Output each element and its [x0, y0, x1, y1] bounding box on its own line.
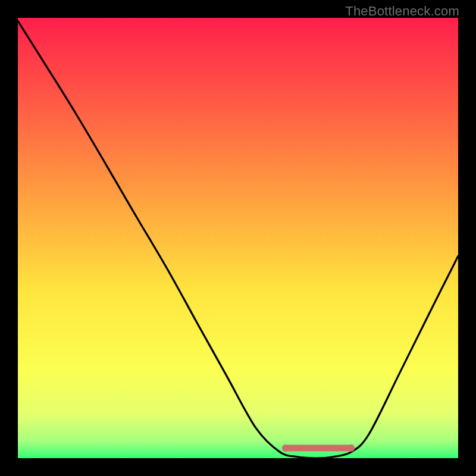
optimal-range-marker [282, 444, 355, 452]
svg-point-3 [347, 444, 355, 452]
svg-point-2 [282, 444, 289, 452]
gradient-background [18, 18, 458, 458]
chart-canvas [0, 0, 476, 476]
